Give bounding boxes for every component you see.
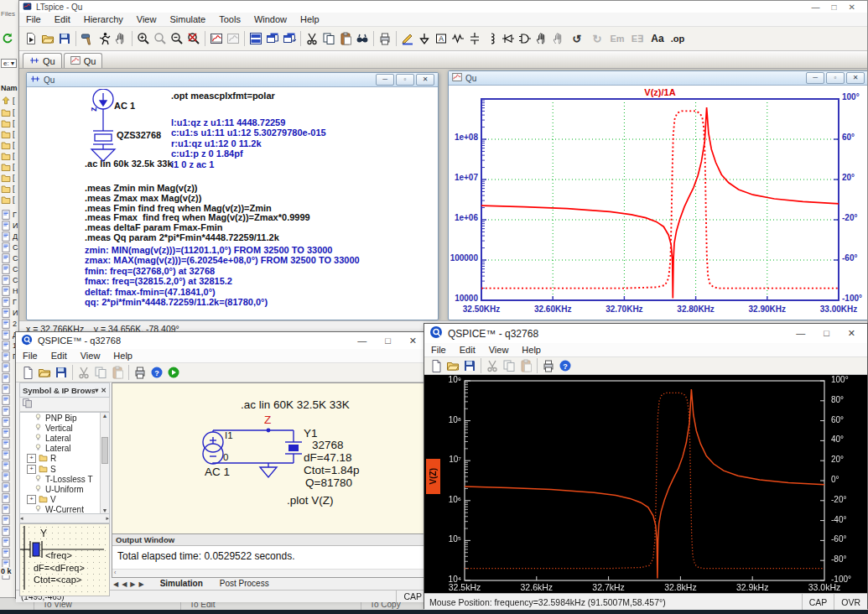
close-icon[interactable]: ✕ <box>101 387 107 394</box>
open-icon[interactable] <box>36 363 53 382</box>
maximize-icon[interactable]: □ <box>385 336 391 346</box>
zoom-out-icon[interactable] <box>169 29 185 48</box>
plot-settings-icon[interactable] <box>225 29 242 48</box>
tree-item-lateral[interactable]: Lateral <box>20 444 109 454</box>
cut-icon[interactable] <box>304 29 320 48</box>
tree-item-w-current[interactable]: W-Current <box>20 505 109 514</box>
net-label-icon[interactable]: A <box>433 29 450 48</box>
file-row[interactable] <box>1 537 13 547</box>
tree-item-s[interactable]: +S <box>20 464 109 474</box>
text-icon[interactable]: Aa <box>647 29 668 48</box>
undo-icon[interactable]: ↺ <box>567 29 587 48</box>
resistor-icon[interactable] <box>450 29 466 48</box>
file-row[interactable]: С <box>1 253 18 263</box>
file-row[interactable]: С <box>1 275 18 285</box>
file-row[interactable] <box>1 482 13 492</box>
file-row[interactable] <box>1 373 13 383</box>
print-icon[interactable] <box>132 363 148 382</box>
file-row[interactable] <box>1 439 13 449</box>
scroll-left-icon[interactable]: ◂ <box>20 514 23 523</box>
file-row[interactable] <box>1 515 13 525</box>
maximize-icon[interactable]: ▫ <box>396 74 414 86</box>
qspice-plot-titlebar[interactable]: QSPICE™ - q32768 — □ ✕ <box>424 324 867 343</box>
cascade-restore-icon[interactable] <box>281 29 298 48</box>
file-row[interactable] <box>1 406 13 416</box>
menu-view[interactable]: View <box>74 350 107 362</box>
save-icon[interactable] <box>56 29 73 48</box>
close-icon[interactable]: ✕ <box>848 328 855 339</box>
menu-view[interactable]: View <box>482 344 516 356</box>
minimize-icon[interactable]: — <box>812 3 820 12</box>
last-page-icon[interactable]: ▶ <box>138 580 143 588</box>
file-row[interactable]: Д <box>1 232 18 242</box>
inductor-icon[interactable] <box>483 29 500 48</box>
file-row[interactable] <box>1 428 13 438</box>
menu-simulate[interactable]: Simulate <box>163 13 212 25</box>
scroll-up-icon[interactable]: ▲ <box>101 413 109 419</box>
folder-row[interactable]: [ <box>1 107 15 117</box>
file-row[interactable] <box>1 493 13 503</box>
new-schematic-icon[interactable] <box>23 29 39 48</box>
minimize-icon[interactable]: — <box>796 328 805 339</box>
zoom-in-icon[interactable] <box>135 29 152 48</box>
maximize-icon[interactable]: □ <box>824 328 829 339</box>
hand-drag-icon[interactable] <box>550 29 567 48</box>
ground-icon[interactable] <box>416 29 433 48</box>
new-doc-icon[interactable] <box>19 363 36 382</box>
capacitor-icon[interactable] <box>466 29 483 48</box>
print-icon[interactable] <box>377 29 393 48</box>
tree-item-v[interactable]: +V <box>20 495 109 505</box>
close-icon[interactable]: ✕ <box>416 74 434 86</box>
folder-row[interactable]: [ <box>1 118 15 128</box>
expander-icon[interactable]: + <box>27 465 36 474</box>
output-hscrollbar[interactable]: ‹ <box>112 569 427 577</box>
open-icon[interactable] <box>444 356 461 375</box>
drive-selector[interactable]: e: ▾ <box>1 59 17 68</box>
menu-edit[interactable]: Edit <box>44 350 74 362</box>
prev-page-icon[interactable]: ◀ <box>122 580 127 588</box>
file-row[interactable] <box>1 395 13 405</box>
folder-row[interactable]: [ <box>1 129 15 139</box>
zoom-full-icon[interactable] <box>185 29 202 48</box>
hammer-icon[interactable] <box>79 29 96 48</box>
file-row[interactable]: 2 <box>1 319 17 329</box>
cut-icon[interactable] <box>75 363 92 382</box>
minimize-icon[interactable]: — <box>357 336 366 346</box>
close-icon[interactable]: ✕ <box>846 72 865 84</box>
schematic-child-titlebar[interactable]: Qu ─ ▫ ✕ <box>27 73 438 87</box>
file-row[interactable] <box>1 384 13 394</box>
menu-edit[interactable]: Edit <box>48 13 77 25</box>
mirror-icon[interactable]: Em <box>607 29 627 48</box>
paste-icon[interactable] <box>337 29 354 48</box>
help-icon[interactable]: ? <box>148 363 165 382</box>
minimize-icon[interactable]: ─ <box>376 74 394 86</box>
menu-tools[interactable]: Tools <box>212 13 247 25</box>
print-icon[interactable] <box>540 356 557 375</box>
file-row[interactable]: И <box>1 308 18 318</box>
menu-file[interactable]: File <box>16 350 44 362</box>
cascade-icon[interactable] <box>264 29 281 48</box>
qspice-titlebar[interactable]: QSPICE™ - q32768 — □ ✕ <box>16 332 429 349</box>
hand-icon[interactable] <box>112 29 129 48</box>
menu-help[interactable]: Help <box>294 13 326 25</box>
file-row[interactable]: С <box>1 242 18 252</box>
spice-directive-icon[interactable]: .op <box>668 29 688 48</box>
folder-row[interactable]: [ <box>1 184 15 194</box>
scroll-down-icon[interactable]: ▼ <box>101 507 109 513</box>
next-page-icon[interactable]: ▶ <box>130 580 135 588</box>
tree-item-t-lossless-t[interactable]: T-Lossless T <box>20 474 109 484</box>
folder-row[interactable]: [ <box>1 151 15 161</box>
copy-icon[interactable] <box>92 363 109 382</box>
ltspice-titlebar[interactable]: LTspice - Qu — □ ✕ <box>19 1 867 13</box>
tile-windows-icon[interactable] <box>247 29 264 48</box>
trace-label-tag[interactable]: V(Z) <box>426 459 440 494</box>
waveform-child-titlebar[interactable]: Qu ─ ▫ ✕ <box>449 71 867 86</box>
pencil-icon[interactable] <box>399 29 416 48</box>
chevron-down-icon[interactable]: ▾ <box>95 387 98 394</box>
expander-icon[interactable]: + <box>27 495 36 504</box>
menu-help[interactable]: Help <box>107 350 139 362</box>
tree-item-pnp-bip[interactable]: PNP Bip <box>20 413 109 423</box>
file-row[interactable] <box>1 526 13 536</box>
paste-icon[interactable] <box>517 356 534 375</box>
open-icon[interactable] <box>39 29 56 48</box>
